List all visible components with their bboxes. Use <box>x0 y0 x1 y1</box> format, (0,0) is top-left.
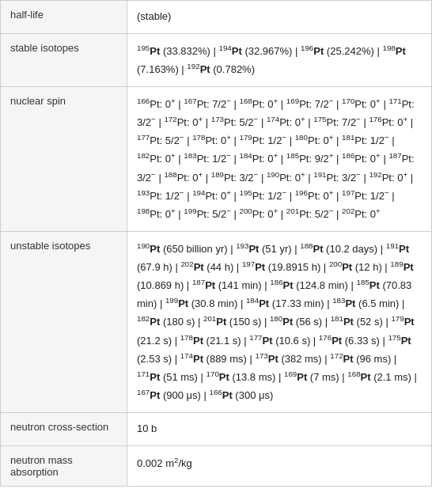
table-row: half-life(stable) <box>1 1 432 34</box>
row-label: nuclear spin <box>1 87 127 232</box>
row-value: 0.002 m2/kg <box>127 445 432 486</box>
table-row: neutron mass absorption0.002 m2/kg <box>1 445 432 486</box>
table-row: unstable isotopes190Pt (650 billion yr) … <box>1 231 432 412</box>
table-row: nuclear spin166Pt: 0+ | 167Pt: 7/2− | 16… <box>1 87 432 232</box>
properties-table: half-life(stable)stable isotopes195Pt (3… <box>0 0 432 487</box>
row-label: half-life <box>1 1 127 34</box>
row-value: 166Pt: 0+ | 167Pt: 7/2− | 168Pt: 0+ | 16… <box>127 87 432 232</box>
row-value: 190Pt (650 billion yr) | 193Pt (51 yr) |… <box>127 231 432 412</box>
row-label: unstable isotopes <box>1 231 127 412</box>
row-label: neutron mass absorption <box>1 445 127 486</box>
table-row: neutron cross-section10 b <box>1 413 432 446</box>
row-value: (stable) <box>127 1 432 34</box>
row-value: 195Pt (33.832%) | 194Pt (32.967%) | 196P… <box>127 33 432 86</box>
row-value: 10 b <box>127 413 432 446</box>
row-label: neutron cross-section <box>1 413 127 446</box>
row-label: stable isotopes <box>1 33 127 86</box>
table-row: stable isotopes195Pt (33.832%) | 194Pt (… <box>1 33 432 86</box>
